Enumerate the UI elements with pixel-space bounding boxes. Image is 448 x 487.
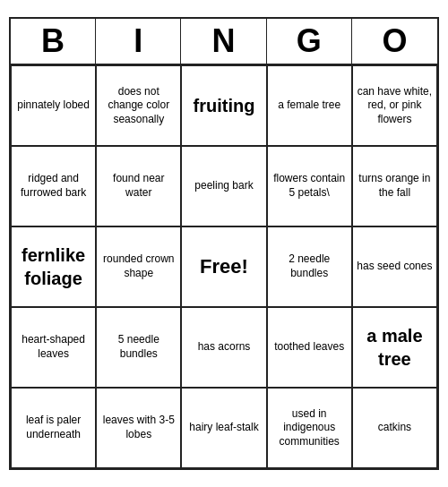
bingo-cell-6[interactable]: found near water: [96, 146, 181, 226]
bingo-cell-22[interactable]: hairy leaf-stalk: [181, 388, 266, 468]
bingo-grid: pinnately lobeddoes not change color sea…: [11, 65, 437, 468]
bingo-cell-2[interactable]: fruiting: [181, 65, 266, 146]
bingo-cell-4[interactable]: can have white, red, or pink flowers: [352, 65, 437, 146]
bingo-cell-9[interactable]: turns orange in the fall: [352, 146, 437, 226]
bingo-cell-19[interactable]: a male tree: [352, 307, 437, 388]
header-letter-o: O: [352, 19, 437, 64]
bingo-cell-12[interactable]: Free!: [181, 226, 266, 307]
header-letter-i: I: [96, 19, 181, 64]
bingo-cell-16[interactable]: 5 needle bundles: [96, 307, 181, 388]
bingo-card: BINGO pinnately lobeddoes not change col…: [9, 17, 439, 470]
bingo-cell-0[interactable]: pinnately lobed: [11, 65, 96, 146]
bingo-cell-7[interactable]: peeling bark: [181, 146, 266, 226]
bingo-cell-11[interactable]: rounded crown shape: [96, 226, 181, 307]
bingo-cell-1[interactable]: does not change color seasonally: [96, 65, 181, 146]
header-letter-n: N: [181, 19, 266, 64]
bingo-cell-24[interactable]: catkins: [352, 388, 437, 468]
bingo-cell-23[interactable]: used in indigenous communities: [267, 388, 352, 468]
bingo-cell-18[interactable]: toothed leaves: [267, 307, 352, 388]
bingo-cell-5[interactable]: ridged and furrowed bark: [11, 146, 96, 226]
header-letter-g: G: [267, 19, 352, 64]
bingo-cell-14[interactable]: has seed cones: [352, 226, 437, 307]
bingo-cell-3[interactable]: a female tree: [267, 65, 352, 146]
bingo-cell-21[interactable]: leaves with 3-5 lobes: [96, 388, 181, 468]
bingo-cell-13[interactable]: 2 needle bundles: [267, 226, 352, 307]
header-letter-b: B: [11, 19, 96, 64]
bingo-cell-17[interactable]: has acorns: [181, 307, 266, 388]
bingo-cell-10[interactable]: fernlike foliage: [11, 226, 96, 307]
bingo-header: BINGO: [11, 19, 437, 65]
bingo-cell-8[interactable]: flowers contain 5 petals\: [267, 146, 352, 226]
bingo-cell-20[interactable]: leaf is paler underneath: [11, 388, 96, 468]
bingo-cell-15[interactable]: heart-shaped leaves: [11, 307, 96, 388]
